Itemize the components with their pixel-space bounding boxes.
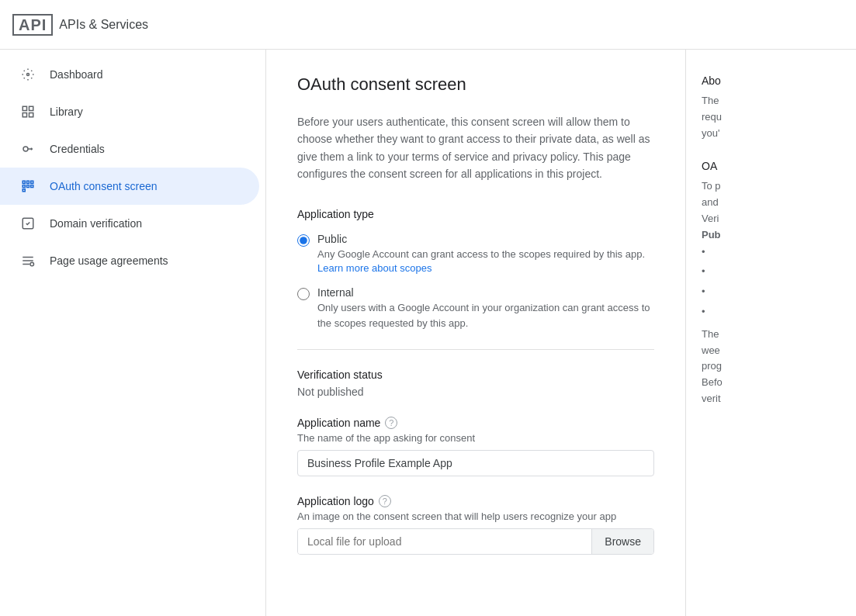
application-type-label: Application type — [297, 208, 654, 220]
service-title: APIs & Services — [59, 18, 148, 32]
file-upload-input[interactable] — [298, 529, 591, 554]
page-usage-icon — [19, 251, 37, 270]
application-name-help-icon[interactable]: ? — [385, 417, 397, 429]
oauth-icon — [19, 177, 37, 196]
svg-rect-18 — [31, 181, 33, 183]
svg-line-6 — [31, 78, 32, 78]
sidebar-label-dashboard: Dashboard — [50, 68, 103, 81]
page-title: OAuth consent screen — [297, 74, 654, 95]
bullet-item-2 — [702, 263, 840, 280]
application-name-label: Application name ? — [297, 417, 654, 429]
header: API APIs & Services — [0, 0, 856, 50]
oauth-section: OA To pandVeriPub TheweeprogBefoverit — [702, 160, 840, 407]
svg-rect-19 — [23, 185, 25, 188]
api-logo: API APIs & Services — [12, 14, 148, 36]
sidebar-item-page-usage[interactable]: Page usage agreements — [0, 242, 259, 279]
sidebar-label-oauth: OAuth consent screen — [50, 180, 158, 192]
application-logo-help-icon[interactable]: ? — [379, 495, 391, 507]
browse-button[interactable]: Browse — [591, 529, 653, 554]
about-text: Therequyou' — [702, 93, 840, 141]
application-name-desc: The name of the app asking for consent — [297, 432, 654, 444]
verification-status-value: Not published — [297, 386, 654, 398]
oauth-section-title: OA — [702, 160, 840, 172]
public-radio[interactable] — [297, 234, 310, 247]
bullet-list — [702, 244, 840, 320]
api-logo-text: API — [12, 14, 53, 36]
sidebar-item-dashboard[interactable]: Dashboard — [0, 56, 259, 93]
svg-rect-10 — [29, 106, 33, 110]
svg-rect-20 — [27, 185, 29, 188]
application-name-group: Application name ? The name of the app a… — [297, 417, 654, 476]
public-option: Public Any Google Account can grant acce… — [297, 233, 654, 275]
sidebar-item-library[interactable]: Library — [0, 93, 259, 130]
library-icon — [19, 102, 37, 121]
svg-point-0 — [27, 74, 29, 76]
internal-radio[interactable] — [297, 288, 310, 300]
divider-1 — [297, 349, 654, 350]
sidebar-item-domain-verification[interactable]: Domain verification — [0, 205, 259, 242]
sidebar-item-oauth[interactable]: OAuth consent screen — [0, 168, 259, 205]
svg-rect-9 — [23, 106, 26, 110]
internal-option: Internal Only users with a Google Accoun… — [297, 286, 654, 330]
layout: Dashboard Library Credentials — [0, 50, 856, 616]
internal-description: Only users with a Google Account in your… — [317, 300, 654, 330]
bullet-item-1 — [702, 244, 840, 261]
main-content: OAuth consent screen Before your users a… — [266, 50, 685, 616]
svg-line-7 — [24, 78, 25, 78]
application-logo-group: Application logo ? An image on the conse… — [297, 495, 654, 555]
application-logo-label: Application logo ? — [297, 495, 654, 507]
public-label: Public — [317, 233, 645, 245]
verification-status-label: Verification status — [297, 369, 654, 381]
about-title: Abo — [702, 74, 840, 87]
file-upload-row: Browse — [297, 528, 654, 555]
application-logo-desc: An image on the consent screen that will… — [297, 510, 654, 522]
public-description: Any Google Account can grant access to t… — [317, 247, 645, 262]
svg-rect-12 — [29, 113, 33, 117]
oauth-footer: TheweeprogBefoverit — [702, 327, 840, 407]
domain-verification-icon — [19, 214, 37, 233]
sidebar-item-credentials[interactable]: Credentials — [0, 130, 259, 168]
svg-rect-11 — [23, 113, 26, 117]
learn-more-scopes-link[interactable]: Learn more about scopes — [317, 262, 431, 274]
sidebar-label-library: Library — [50, 106, 83, 118]
application-type-radio-group: Public Any Google Account can grant acce… — [297, 233, 654, 331]
application-name-input[interactable] — [297, 450, 654, 476]
internal-label: Internal — [317, 286, 654, 299]
svg-line-8 — [31, 71, 32, 71]
svg-rect-21 — [31, 185, 33, 188]
dashboard-icon — [19, 65, 37, 84]
svg-rect-17 — [27, 181, 29, 183]
oauth-intro: To pandVeriPub — [702, 178, 840, 243]
bullet-item-3 — [702, 283, 840, 300]
svg-point-13 — [23, 147, 28, 151]
sidebar-label-credentials: Credentials — [50, 143, 105, 155]
credentials-icon — [19, 140, 37, 158]
sidebar-label-domain: Domain verification — [50, 217, 142, 230]
description-text: Before your users authenticate, this con… — [297, 113, 654, 183]
bullet-item-4 — [702, 303, 840, 320]
sidebar-label-page-usage: Page usage agreements — [50, 254, 168, 267]
svg-rect-16 — [23, 181, 25, 183]
svg-rect-22 — [23, 189, 25, 192]
right-panel: Abo Therequyou' OA To pandVeriPub Thewee… — [685, 50, 856, 616]
sidebar: Dashboard Library Credentials — [0, 50, 266, 616]
about-section: Abo Therequyou' — [702, 74, 840, 141]
svg-line-5 — [24, 71, 25, 71]
svg-point-27 — [30, 262, 34, 266]
